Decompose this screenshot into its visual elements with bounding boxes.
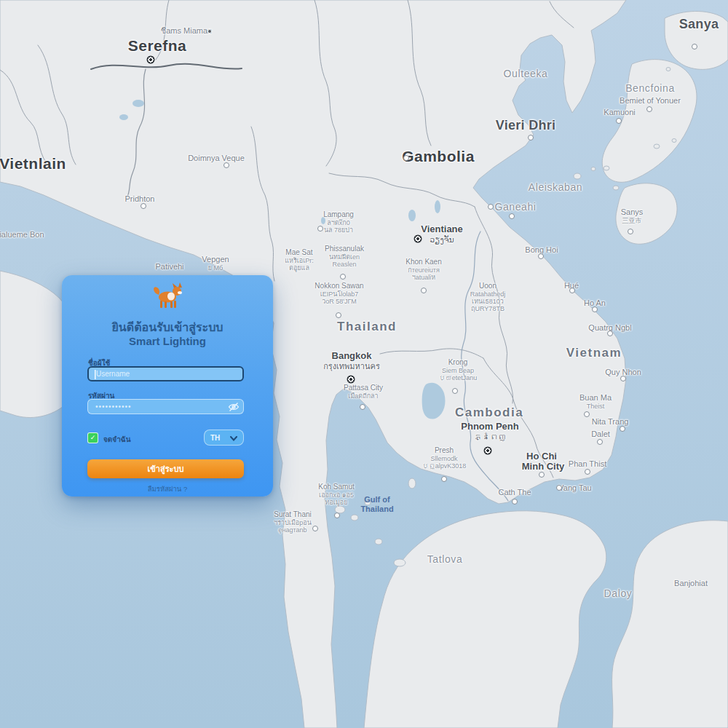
map-label: Lampangลฯดxึก0นล 78ยปา	[323, 210, 354, 234]
map-marker-ring	[628, 229, 633, 234]
map-marker-ring	[692, 44, 697, 50]
map-label: Minh City	[522, 462, 565, 472]
dog-logo-icon	[151, 282, 183, 309]
map-label: Thailand	[337, 320, 397, 334]
map-label: Ganeahi	[494, 201, 536, 213]
map-marker-target	[347, 376, 355, 384]
map-marker-target	[414, 235, 422, 243]
map-marker-ring	[312, 526, 318, 531]
username-input[interactable]	[87, 366, 244, 381]
map-marker-ring	[336, 312, 341, 318]
map-label: Gulf ofThailand	[360, 495, 393, 513]
check-icon: ✓	[90, 434, 96, 441]
toggle-password-visibility-eye-off-icon[interactable]	[228, 402, 240, 412]
map-label: Oulteeka	[504, 68, 548, 79]
chevron-down-icon	[230, 431, 237, 444]
map-label: Bangkokกรุงเทพมหานคร	[323, 351, 380, 371]
map-marker-ring	[452, 388, 458, 394]
map-marker-ring	[334, 513, 340, 518]
map-marker-ring	[441, 476, 447, 482]
map-marker-ring	[592, 306, 598, 312]
map-marker-ring	[620, 426, 625, 432]
map-label: Bemiet of Yonuer	[620, 96, 681, 106]
map-label: Dalet	[591, 430, 610, 439]
welcome-title: ยินดีต้อนรับเข้าสู่ระบบ	[62, 318, 273, 336]
map-label: Nita Trang	[592, 417, 629, 427]
login-button[interactable]: เข้าสู่ระบบ	[87, 459, 244, 478]
map-marker-ring	[223, 162, 229, 168]
map-marker-ring	[360, 404, 365, 410]
map-label: Phan Thist	[569, 459, 606, 469]
map-label: Khon Kaenกтeureiuтяฯatualіห	[405, 258, 442, 281]
map-canvas[interactable]: ชีams MiamaeSerefnaSanyaOulteekaBencfoin…	[0, 0, 728, 728]
map-marker-ring	[421, 288, 427, 293]
map-marker-dot	[207, 29, 212, 33]
map-marker-ring	[569, 288, 575, 293]
map-marker-ring	[317, 226, 323, 232]
map-label: Koh Samutเออกxอ ๑อ5ทอเมูอย	[318, 483, 354, 506]
map-marker-ring	[616, 118, 622, 124]
map-label: Vang Tau	[558, 483, 591, 493]
map-label: Doimnya Veque	[188, 154, 245, 163]
map-label: Sanya	[679, 17, 719, 32]
map-marker-ring	[620, 376, 626, 381]
map-label: KrongSiem Beapប្យetetJanu	[439, 358, 478, 381]
map-marker-ring	[539, 472, 545, 478]
language-value: TH	[210, 434, 220, 442]
map-label: UoonRatahathedjเทนเธ810วฤURY78ТВ	[470, 282, 506, 313]
map-label: Aleiskaban	[529, 181, 583, 193]
password-input[interactable]	[87, 399, 244, 414]
map-label: Cambodia	[455, 405, 523, 420]
map-label: Vepgenย Mб	[202, 255, 229, 272]
map-label: ชีams Miamae	[161, 26, 212, 36]
map-label: Mae SatแหริเอเPr:ตอูยแล	[285, 248, 314, 272]
language-select[interactable]: TH	[204, 430, 244, 446]
remember-me-checkbox[interactable]: ✓	[87, 432, 98, 443]
map-label: PreshSllemodkប្ឮalpvK3018	[422, 446, 467, 470]
map-label: Vieri Dhri	[496, 118, 556, 133]
map-label: Vientianeວຽງຈັນ	[421, 224, 463, 245]
map-marker-ring	[488, 204, 494, 210]
map-marker-target	[484, 447, 492, 455]
map-label: Vietnlain	[0, 155, 66, 173]
map-label: Pridhton	[125, 194, 155, 204]
map-marker-target	[147, 56, 155, 64]
map-label: Buan MaTheist	[579, 393, 612, 410]
map-marker-ring	[584, 411, 590, 417]
map-marker-ring	[528, 135, 534, 141]
map-label: Kamuoni	[604, 108, 635, 117]
map-label: Surat Thaniฯราปเมือpอนęнagтanb	[274, 510, 312, 534]
map-label: Sanys三亚市	[621, 207, 644, 224]
map-label: Tatlova	[427, 553, 463, 565]
map-marker-ring	[607, 331, 613, 336]
remember-me-label: จดจำฉัน	[103, 434, 130, 445]
map-marker-ring	[141, 203, 146, 209]
map-marker-ring	[509, 213, 515, 219]
map-label: Daloy	[604, 587, 633, 599]
map-marker-ring	[403, 155, 409, 161]
map-marker-ring	[538, 253, 544, 259]
map-label: PhissanulakนทมฝีตเenReaslen	[325, 245, 364, 268]
map-label: Nokkon SawanเEIPนโlolab7วoR 58'ЈГМ	[314, 282, 363, 305]
map-label: Serefna	[128, 37, 187, 55]
forgot-password-link[interactable]: ลืมรหัสผ่าน ?	[62, 483, 273, 494]
map-marker-ring	[597, 439, 603, 445]
map-label: Cath The	[498, 488, 531, 497]
map-label: Gambolia	[402, 148, 475, 165]
map-marker-ring	[340, 274, 346, 280]
map-label: ialueme Bon	[0, 230, 44, 240]
login-card: ยินดีต้อนรับเข้าสู่ระบบ Smart Lighting ช…	[62, 275, 273, 496]
map-label: Pattasa Cityเมืaดถีกลา	[344, 384, 383, 400]
map-marker-ring	[512, 499, 518, 505]
map-label: Vietnam	[566, 346, 622, 360]
map-label: Banjohiat	[674, 579, 708, 588]
app-title: Smart Lighting	[62, 335, 273, 347]
map-label: Bencfoina	[625, 82, 675, 94]
map-marker-ring	[646, 106, 652, 112]
map-label: Pativehi	[155, 262, 183, 272]
map-marker-ring	[585, 469, 590, 475]
map-marker-ring	[556, 485, 562, 491]
map-label: Phnom Penhភ្នំពេញ	[461, 422, 518, 442]
